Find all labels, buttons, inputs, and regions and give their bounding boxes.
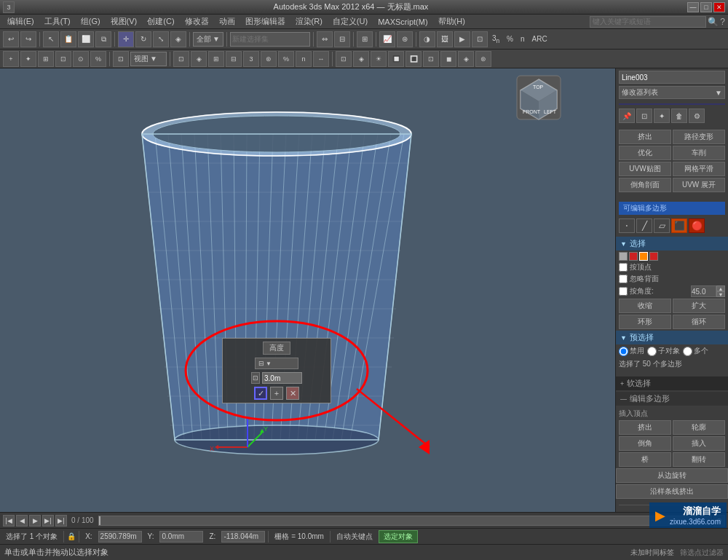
menu-help[interactable]: 帮助(H) [434, 15, 470, 28]
go-to-end-button[interactable]: ▶| [55, 515, 67, 527]
tb2-icon5[interactable]: 3 [243, 51, 259, 67]
tb2-icon2[interactable]: ◈ [191, 51, 207, 67]
tb2-btn3[interactable]: ⊞ [38, 51, 54, 67]
remove-modifier-icon[interactable]: 🗑 [671, 109, 687, 123]
tb2-snaps[interactable]: ⊡ [55, 51, 71, 67]
tb2-render2[interactable]: ◈ [353, 51, 369, 67]
element-icon[interactable]: 🔴 [689, 218, 705, 233]
tb2-icon3[interactable]: ⊞ [208, 51, 224, 67]
help-icon[interactable]: ? [720, 17, 725, 27]
poly-extrude-button[interactable]: 挤出 [619, 420, 671, 435]
select-by-name-button[interactable]: 📋 [60, 31, 76, 47]
rotate-button[interactable]: ↻ [135, 31, 151, 47]
extrude-button[interactable]: 挤出 [619, 130, 671, 144]
tb2-btn2[interactable]: ✦ [20, 51, 36, 67]
selected-object-btn[interactable]: 选定对象 [379, 530, 418, 543]
plus-button[interactable]: + [270, 387, 283, 400]
undo-button[interactable]: ↩ [3, 31, 19, 47]
edit-poly-header[interactable]: — 编辑多边形 [616, 392, 728, 406]
uvw-map-button[interactable]: UVW贴图 [619, 162, 671, 176]
show-end-result-icon[interactable]: ⊡ [636, 109, 652, 123]
poly-flip-button[interactable]: 翻转 [673, 452, 725, 467]
x-value-input[interactable] [98, 531, 142, 543]
y-value-input[interactable] [159, 531, 203, 543]
selection-filter-dropdown[interactable]: 全部▼ [193, 32, 223, 47]
by-angle-checkbox[interactable] [619, 287, 628, 296]
maximize-button[interactable]: □ [700, 2, 712, 12]
vertex-icon[interactable]: ⋅ [619, 218, 635, 233]
scale-button[interactable]: ⤡ [153, 31, 169, 47]
navigation-cube[interactable]: TOP FRONT LEFT [517, 76, 561, 119]
named-selection-input[interactable] [230, 32, 310, 47]
select-section-header[interactable]: ▼ 选择 [616, 237, 728, 251]
extrude-value-input[interactable] [262, 372, 302, 384]
prev-frame-button[interactable]: ◀ [16, 515, 28, 527]
angle-up-button[interactable]: ▲ [716, 285, 725, 291]
tb2-render4[interactable]: 🔲 [388, 51, 404, 67]
render-button[interactable]: ▶ [454, 31, 470, 47]
schematic-view-button[interactable]: ⊛ [397, 31, 413, 47]
ring-button[interactable]: 环形 [619, 315, 671, 329]
render-last-button[interactable]: ⊡ [472, 31, 488, 47]
meshsmooth-button[interactable]: 网格平滑 [673, 162, 725, 176]
play-button[interactable]: ▶ [29, 515, 41, 527]
object-name-input[interactable] [619, 71, 725, 84]
menu-tools[interactable]: 工具(T) [40, 15, 75, 28]
viewport-3d[interactable]: + | 正交 | 真实 | 边面 [0, 68, 615, 512]
select-color-active-orange[interactable] [639, 252, 648, 261]
preview-subobj-radio[interactable] [647, 347, 657, 356]
rect-select-button[interactable]: ⬜ [78, 31, 94, 47]
reference-button[interactable]: ◈ [170, 31, 186, 47]
grow-button[interactable]: 扩大 [673, 299, 725, 313]
menu-render[interactable]: 渲染(R) [291, 15, 327, 28]
confirm-button[interactable]: ✓ [254, 387, 267, 400]
tb2-icon9[interactable]: ↔ [313, 51, 329, 67]
move-button[interactable]: ✛ [118, 31, 134, 47]
menu-animation[interactable]: 动画 [215, 15, 240, 28]
by-vertex-checkbox[interactable] [619, 263, 628, 272]
tb2-snap-angle[interactable]: ⊙ [73, 51, 89, 67]
search-icon[interactable]: 🔍 [708, 17, 719, 27]
insert-vertex-btn[interactable]: 插入顶点 [616, 407, 728, 420]
tb2-view-btn[interactable]: ⊡ [113, 51, 129, 67]
go-to-start-button[interactable]: |◀ [3, 515, 15, 527]
next-frame-button[interactable]: ▶| [42, 515, 54, 527]
preview-subobj-label[interactable]: 子对象 [647, 346, 680, 356]
extrude-type-dropdown[interactable]: ⊟▼ [255, 358, 298, 369]
pin-stack-icon[interactable]: 📌 [619, 109, 635, 123]
poly-bevel-button[interactable]: 倒角 [619, 436, 671, 451]
angle-down-button[interactable]: ▼ [716, 291, 725, 297]
tb2-icon8[interactable]: n [296, 51, 312, 67]
trace-strand-button[interactable]: 沿样条线挤出 [616, 484, 728, 499]
menu-modifiers[interactable]: 修改器 [181, 15, 213, 28]
menu-create[interactable]: 创建(C) [143, 15, 178, 28]
tb2-icon4[interactable]: ⊟ [226, 51, 242, 67]
tb2-icon1[interactable]: ⊡ [173, 51, 189, 67]
preview-multi-radio[interactable] [683, 347, 692, 356]
tb2-render8[interactable]: ◈ [458, 51, 474, 67]
viewport-dropdown[interactable]: 视图▼ [130, 52, 167, 66]
uvw-unwrap-button[interactable]: UVW 展开 [673, 178, 725, 192]
z-value-input[interactable] [221, 531, 265, 543]
tb2-render6[interactable]: ⊡ [423, 51, 439, 67]
modifier-list-dropdown[interactable]: 修改器列表 ▼ [619, 86, 725, 99]
menu-edit[interactable]: 编辑(E) [3, 15, 39, 28]
path-deform-button[interactable]: 路径变形 [673, 130, 725, 144]
preview-disabled-label[interactable]: 禁用 [619, 346, 644, 356]
poly-insert-button[interactable]: 插入 [673, 436, 725, 451]
align-button[interactable]: ⊟ [334, 31, 350, 47]
menu-view[interactable]: 视图(V) [106, 15, 142, 28]
material-editor-button[interactable]: ◑ [419, 31, 435, 47]
bevel-profile-button[interactable]: 倒角剖面 [619, 178, 671, 192]
search-input[interactable] [590, 16, 706, 28]
menu-group[interactable]: 组(G) [76, 15, 105, 28]
angle-spinner[interactable]: ▲ ▼ [691, 285, 725, 297]
modifier-item-editable-poly[interactable]: 可编辑多边形 [620, 104, 724, 105]
minimize-button[interactable]: — [687, 2, 699, 12]
menu-customize[interactable]: 自定义(U) [328, 15, 372, 28]
lock-icon[interactable]: 🔒 [67, 532, 76, 540]
timeline-track[interactable] [98, 516, 712, 526]
border-icon[interactable]: ▱ [654, 218, 670, 233]
polygon-icon[interactable]: ⬛ [671, 218, 687, 233]
tb2-render7[interactable]: ◼ [440, 51, 456, 67]
